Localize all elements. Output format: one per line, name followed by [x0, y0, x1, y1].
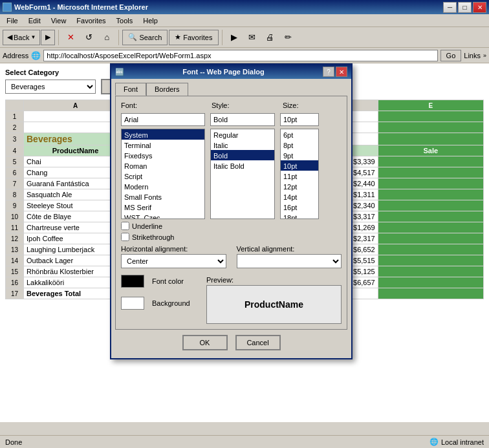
size-list-item-6[interactable]: 6pt — [281, 129, 318, 140]
tab-bar: Font Borders — [115, 83, 347, 96]
font-color-swatch[interactable] — [121, 275, 144, 288]
media-button[interactable]: ▶ — [226, 30, 243, 45]
size-list-item-9[interactable]: 9pt — [281, 150, 318, 160]
toolbar-sep-2 — [118, 30, 119, 45]
color-section: Font color Background — [121, 272, 199, 324]
size-list-item-18[interactable]: 18pt — [281, 212, 318, 219]
close-button[interactable]: ✕ — [473, 2, 486, 13]
size-list-item-8[interactable]: 8pt — [281, 140, 318, 150]
vertical-align-col: Vertical alignment: Top Middle Bottom — [237, 245, 342, 268]
title-bar-buttons: ─ □ ✕ — [443, 2, 486, 13]
font-name-input[interactable] — [121, 113, 205, 126]
stop-icon: ✕ — [67, 32, 74, 42]
size-list[interactable]: 6pt 8pt 9pt 10pt 11pt 12pt 14pt 16pt 18p… — [280, 129, 319, 219]
favorites-button[interactable]: ★ Favorites — [169, 30, 218, 45]
font-dialog: 🔤 Font -- Web Page Dialog ? ✕ Font Borde… — [110, 63, 353, 359]
print-icon: 🖨 — [266, 32, 274, 42]
style-label: Style: — [212, 101, 277, 109]
mail-button[interactable]: ✉ — [244, 30, 261, 45]
preview-section: Preview: ProductName — [206, 276, 342, 324]
toolbar: ◀ Back ▼ ▶ ✕ ↺ ⌂ 🔍 Search ★ Favorites ▶ … — [0, 27, 489, 48]
tab-font[interactable]: Font — [115, 83, 146, 96]
menu-edit[interactable]: Edit — [25, 16, 45, 25]
font-list-item-smallfonts[interactable]: Small Fonts — [122, 191, 204, 202]
font-list-item-wstzec[interactable]: WST_Czec — [122, 212, 204, 219]
underline-label: Underline — [132, 222, 162, 230]
back-arrow-icon: ◀ — [7, 33, 12, 41]
address-input[interactable] — [43, 50, 437, 61]
style-list-item-italic[interactable]: Italic — [211, 140, 274, 150]
underline-checkbox[interactable] — [121, 222, 129, 230]
edit-button[interactable]: ✏ — [280, 30, 297, 45]
font-list-item-modern[interactable]: Modern — [122, 181, 204, 191]
size-label: Size: — [283, 101, 323, 109]
font-input-row — [121, 113, 342, 126]
app-icon — [3, 3, 12, 12]
print-button[interactable]: 🖨 — [262, 30, 279, 45]
vertical-align-select[interactable]: Top Middle Bottom — [237, 254, 342, 268]
strikethrough-checkbox[interactable] — [121, 233, 129, 241]
stop-button[interactable]: ✕ — [62, 30, 79, 45]
font-style-input[interactable] — [210, 113, 275, 126]
horizontal-align-select[interactable]: Center Left Right — [121, 254, 226, 268]
dialog-buttons: OK Cancel — [115, 335, 347, 354]
font-list-item-msserif[interactable]: MS Serif — [122, 202, 204, 212]
window-title: WebForm1 - Microsoft Internet Explorer — [14, 3, 148, 11]
menu-favorites[interactable]: Favorites — [72, 16, 109, 25]
mail-icon: ✉ — [248, 32, 255, 42]
size-list-item-11[interactable]: 11pt — [281, 171, 318, 181]
font-list-item-terminal[interactable]: Terminal — [122, 140, 204, 150]
dialog-help-button[interactable]: ? — [323, 67, 334, 77]
menu-help[interactable]: Help — [139, 16, 162, 25]
font-size-input[interactable] — [280, 113, 319, 126]
size-list-item-12[interactable]: 12pt — [281, 181, 318, 191]
tab-content: Font: Style: Size: — [115, 96, 347, 330]
font-list-item-script[interactable]: Script — [122, 171, 204, 181]
preview-label: Preview: — [206, 276, 342, 284]
preview-box: ProductName — [206, 285, 342, 324]
tab-borders[interactable]: Borders — [146, 83, 188, 96]
maximize-button[interactable]: □ — [458, 2, 472, 13]
refresh-button[interactable]: ↺ — [80, 30, 97, 45]
minimize-button[interactable]: ─ — [443, 2, 457, 13]
refresh-icon: ↺ — [85, 32, 92, 42]
links-label: Links — [464, 52, 481, 59]
menu-file[interactable]: File — [3, 16, 22, 25]
media-icon: ▶ — [231, 32, 237, 42]
size-list-item-14[interactable]: 14pt — [281, 191, 318, 202]
dialog-overlay: 🔤 Font -- Web Page Dialog ? ✕ Font Borde… — [0, 63, 489, 422]
style-list-item-bold[interactable]: Bold — [211, 150, 274, 160]
font-list-item-roman[interactable]: Roman — [122, 160, 204, 171]
forward-button[interactable]: ▶ — [41, 30, 55, 45]
background-color-swatch[interactable] — [121, 297, 144, 310]
ok-button[interactable]: OK — [182, 335, 228, 350]
font-list-item-fixedsys[interactable]: Fixedsys — [122, 150, 204, 160]
address-ie-icon: 🌐 — [31, 51, 41, 60]
dialog-title-buttons: ? ✕ — [323, 67, 347, 77]
home-button[interactable]: ⌂ — [98, 30, 115, 45]
search-button[interactable]: 🔍 Search — [122, 30, 168, 45]
dialog-body: Font Borders Font: Style: Size: — [111, 79, 351, 358]
style-list[interactable]: Regular Italic Bold Italic Bold — [210, 129, 275, 219]
font-lists: System Terminal Fixedsys Roman Script Mo… — [121, 129, 342, 219]
page-content: Select Category Beverages Show Report A … — [0, 63, 489, 422]
menu-tools[interactable]: Tools — [113, 16, 137, 25]
size-list-item-10[interactable]: 10pt — [281, 160, 318, 171]
cancel-button[interactable]: Cancel — [235, 335, 281, 350]
back-button[interactable]: ◀ Back ▼ — [3, 30, 40, 45]
edit-icon: ✏ — [285, 32, 292, 42]
dialog-close-button[interactable]: ✕ — [336, 67, 347, 77]
search-icon: 🔍 — [128, 33, 137, 41]
menu-bar: File Edit View Favorites Tools Help — [0, 14, 489, 27]
strikethrough-row: Strikethrough — [121, 233, 342, 241]
menu-view[interactable]: View — [47, 16, 71, 25]
font-list[interactable]: System Terminal Fixedsys Roman Script Mo… — [121, 129, 205, 219]
title-bar: WebForm1 - Microsoft Internet Explorer ─… — [0, 0, 489, 14]
style-list-item-italic-bold[interactable]: Italic Bold — [211, 160, 274, 171]
forward-arrow-icon: ▶ — [45, 33, 50, 41]
size-list-item-16[interactable]: 16pt — [281, 202, 318, 212]
go-button[interactable]: Go — [440, 50, 462, 61]
address-label: Address — [3, 52, 28, 59]
font-list-item-system[interactable]: System — [122, 129, 204, 140]
style-list-item-regular[interactable]: Regular — [211, 129, 274, 140]
